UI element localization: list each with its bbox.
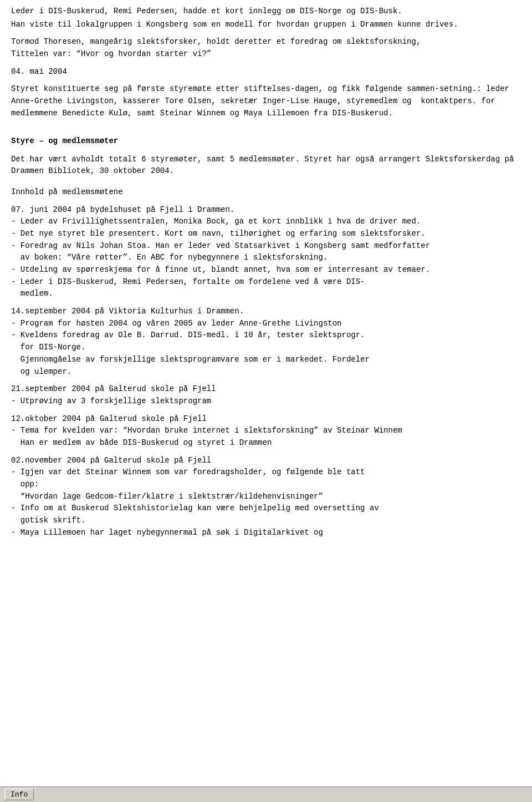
heading-styre: Styre – og medlemsmøter <box>11 135 521 147</box>
paragraph-oktober12: 12.oktober 2004 på Galterud skole på Fje… <box>11 413 521 449</box>
content-area: Leder i DIS-Buskerud, Remi Pedersen, had… <box>11 6 521 539</box>
heading-innhold: Innhold på medlemsmøtene <box>11 186 521 199</box>
paragraph-september21: 21.september 2004 på Galterud skole på F… <box>11 383 521 407</box>
paragraph-november02: 02.november 2004 på Galterud skole på Fj… <box>11 455 521 539</box>
paragraph-styret: Styret konstituerte seg på første styrem… <box>11 83 521 119</box>
page-container: Leder i DIS-Buskerud, Remi Pedersen, had… <box>0 0 532 802</box>
paragraph-1: Han viste til lokalgruppen i Kongsberg s… <box>11 19 521 31</box>
bottom-bar: Info <box>0 786 532 802</box>
paragraph-date: 04. mai 2004 <box>11 66 521 78</box>
paragraph-september14: 14.september 2004 på Viktoria Kulturhus … <box>11 306 521 378</box>
paragraph-juni: 07. juni 2004 på bydelshuset på Fjell i … <box>11 204 521 301</box>
paragraph-avholdt: Det har vært avholdt totalt 6 styremøter… <box>11 154 521 177</box>
paragraph-3: Tormod Thoresen, mangeårig slektsforsker… <box>11 36 521 60</box>
paragraph-0: Leder i DIS-Buskerud, Remi Pedersen, had… <box>11 6 521 18</box>
info-button[interactable]: Info <box>4 789 34 800</box>
